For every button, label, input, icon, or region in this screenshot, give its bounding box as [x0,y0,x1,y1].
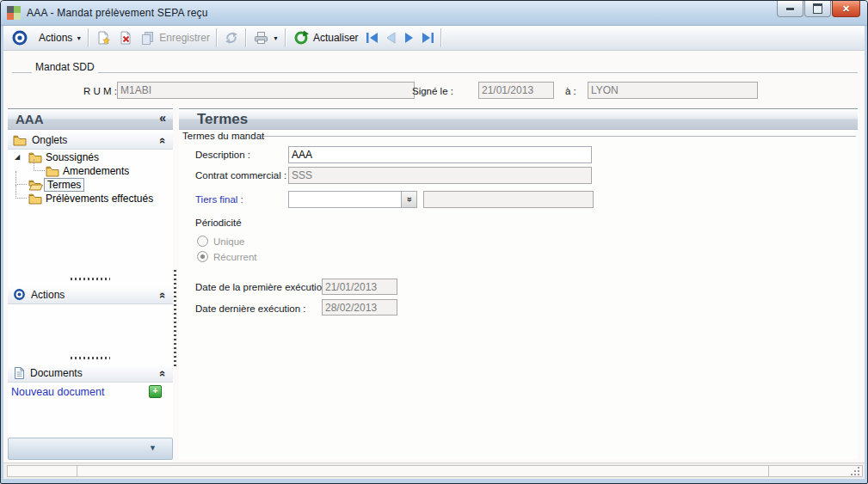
delete-button[interactable] [114,28,137,48]
tiers-final-value [289,192,401,207]
document-icon [13,366,25,380]
tree-item-prelevements[interactable]: Prélèvements effectués [28,192,153,205]
tree-item-label: Prélèvements effectués [46,193,153,205]
target-icon [11,29,28,46]
sidebar-footer-button[interactable]: ▼ [8,438,173,460]
signe-le-input[interactable] [478,82,554,99]
toolbar-separator [440,28,442,47]
date-derniere-input[interactable] [322,299,397,316]
refresh-button[interactable] [220,28,243,48]
folder-icon [28,193,42,205]
radio-recurrent[interactable] [197,251,208,262]
tree-connector [15,185,27,199]
sidebar-section-actions[interactable]: Actions « [8,285,173,304]
drag-handle[interactable] [71,357,110,359]
tiers-final-combobox[interactable]: « [288,191,417,208]
app-icon [7,6,21,20]
nav-previous-button[interactable] [381,28,400,48]
actions-menu-button[interactable]: Actions ▼ [32,28,85,48]
sidebar-collapse-icon[interactable]: « [159,111,166,125]
save-button[interactable]: Enregistrer [137,28,213,48]
nouveau-document-link[interactable]: Nouveau document [11,386,104,398]
radio-unique-label: Unique [213,236,244,247]
save-label: Enregistrer [159,32,210,44]
contrat-commercial-input[interactable] [288,167,592,184]
toolbar-separator [216,28,218,47]
date-premiere-label: Date de la première exécution : [195,282,333,292]
nav-last-button[interactable] [419,28,438,48]
lieu-input[interactable] [588,82,758,99]
sidebar-title-bar: AAA « [8,108,173,130]
rum-input[interactable] [117,82,415,99]
printer-icon [253,30,269,46]
description-input[interactable] [288,146,592,163]
print-dropdown-icon[interactable]: ▼ [273,35,279,41]
window-controls: ✕ [776,1,860,17]
nav-first-button[interactable] [362,28,381,48]
groupbox-line [262,136,856,137]
close-icon: ✕ [842,4,850,14]
drag-handle[interactable] [71,278,110,280]
expander-icon[interactable]: ◢ [15,153,20,161]
date-premiere-input[interactable] [322,279,397,295]
statusbar [3,463,865,479]
vertical-splitter[interactable] [174,270,176,366]
collapse-up-icon[interactable]: « [157,138,169,144]
tree-connector [34,159,45,171]
sidebar: AAA « Onglets « ◢ Soussignés Amendements [8,108,173,462]
close-button[interactable]: ✕ [832,1,860,17]
print-button[interactable]: ▼ [249,28,282,48]
combo-dropdown-button[interactable]: « [401,192,416,207]
toolbar-separator [88,28,89,47]
documents-section-label: Documents [30,367,83,379]
actions-section-label: Actions [31,289,65,301]
sidebar-section-onglets[interactable]: Onglets « [8,131,173,150]
target-button[interactable] [8,28,32,48]
nav-previous-icon [384,31,397,45]
radio-recurrent-label: Récurrent [213,252,257,262]
mandat-sdd-group-label: Mandat SDD [32,61,98,73]
resize-grip[interactable] [850,466,860,476]
app-window: AAA - Mandat prélèvement SEPA reçu ✕ Act… [0,0,868,484]
contrat-commercial-label: Contrat commercial : [195,170,286,181]
main-panel: Termes Termes du mandat Description : Co… [179,108,858,459]
signe-le-label: Signé le : [412,86,453,96]
sidebar-section-documents[interactable]: Documents « [8,364,173,383]
tree-item-termes[interactable]: Termes [28,178,84,192]
tree-item-label: Amendements [63,165,129,177]
collapse-up-icon[interactable]: « [157,292,169,298]
actualiser-button[interactable]: Actualiser [289,28,362,48]
add-document-button[interactable]: + [149,385,162,398]
collapse-up-icon[interactable]: « [157,371,169,377]
main-header: Termes [179,108,858,130]
statusbar-cell [77,465,769,477]
statusbar-cell [7,465,77,477]
titlebar[interactable]: AAA - Mandat prélèvement SEPA reçu ✕ [1,1,867,26]
nav-next-icon [403,31,416,45]
tiers-final-label[interactable]: Tiers final : [195,194,243,205]
new-document-button[interactable] [92,28,114,48]
minimize-button[interactable] [777,1,803,17]
actualiser-icon [292,29,310,46]
date-derniere-label: Date dernière exécution : [195,303,306,314]
delete-icon [118,30,133,46]
sidebar-title: AAA [15,112,44,126]
periodicite-label: Périodicité [195,217,242,228]
statusbar-cell [768,465,863,477]
nav-first-icon [364,31,379,45]
plus-icon: + [152,385,157,395]
folder-icon [13,134,27,146]
rum-label: R U M : [21,86,117,96]
nav-last-icon [421,31,436,45]
actions-menu-label: Actions [39,32,72,44]
radio-unique[interactable] [197,236,208,247]
onglets-label: Onglets [32,134,67,146]
termes-group-label: Termes du mandat [182,131,264,141]
target-icon [13,288,26,301]
maximize-button[interactable] [804,1,831,17]
tree-item-amendements[interactable]: Amendements [46,164,129,178]
save-icon [140,30,156,46]
tiers-final-secondary-input[interactable] [423,191,594,208]
nav-next-button[interactable] [400,28,419,48]
mandat-sdd-panel: Mandat SDD R U M : Signé le : à : [3,51,865,105]
